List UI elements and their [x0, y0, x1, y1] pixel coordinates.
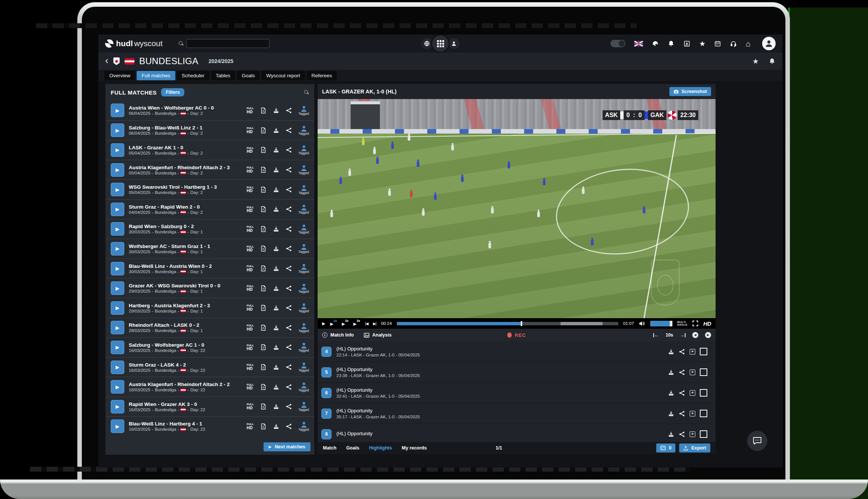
share-button[interactable]: [286, 167, 292, 173]
match-play-button[interactable]: ▶: [111, 380, 124, 394]
back-button[interactable]: ‹: [105, 57, 108, 65]
clip-checkbox[interactable]: [700, 430, 707, 438]
match-row[interactable]: ▶ Sturm Graz - Rapid Wien 2 - 0 04/04/20…: [105, 199, 314, 219]
clip-share-button[interactable]: [679, 369, 685, 376]
share-button[interactable]: [286, 423, 292, 430]
tagged-button[interactable]: Tagged: [298, 263, 309, 274]
download-button[interactable]: [273, 167, 279, 173]
competition-alerts-button[interactable]: [769, 58, 776, 65]
tagged-button[interactable]: Tagged: [298, 165, 309, 175]
match-play-button[interactable]: ▶: [111, 262, 124, 275]
report-button[interactable]: [260, 245, 267, 252]
downloads-button[interactable]: [683, 40, 690, 47]
panel-search-icon[interactable]: [304, 90, 309, 95]
download-button[interactable]: [273, 364, 279, 370]
jump-forward-button[interactable]: →: [680, 332, 686, 338]
highlight-number-badge[interactable]: 6: [321, 388, 332, 398]
tagged-button[interactable]: Tagged: [298, 283, 309, 293]
match-row[interactable]: ▶ Salzburg - Blau-Weiß Linz 2 - 1 06/04/…: [105, 120, 314, 140]
report-button[interactable]: [260, 206, 267, 212]
report-button[interactable]: [260, 403, 267, 410]
report-button[interactable]: [260, 147, 267, 153]
share-button[interactable]: [286, 403, 292, 410]
jump-back-button[interactable]: ←: [653, 332, 659, 338]
speed-1x-button[interactable]: ▶1x: [330, 320, 337, 326]
highlight-number-badge[interactable]: 5: [321, 367, 332, 377]
calendar-button[interactable]: [714, 40, 721, 47]
share-button[interactable]: [286, 344, 292, 350]
fullscreen-icon[interactable]: [692, 320, 698, 326]
highlight-row[interactable]: 8 (HL) Opportunity +: [318, 424, 716, 442]
match-play-button[interactable]: ▶: [111, 104, 124, 117]
match-play-button[interactable]: ▶: [111, 183, 124, 196]
add-to-list-button[interactable]: +: [690, 349, 695, 355]
tagged-button[interactable]: Tagged: [298, 323, 309, 333]
share-button[interactable]: [286, 147, 292, 153]
profile-quick-button[interactable]: [448, 38, 460, 49]
rec-indicator[interactable]: REC: [507, 332, 526, 338]
tagged-button[interactable]: Tagged: [298, 243, 309, 254]
match-row[interactable]: ▶ Austria Klagenfurt - Rheindorf Altach …: [105, 160, 314, 180]
apps-grid-button[interactable]: [431, 35, 450, 53]
notifications-button[interactable]: [668, 40, 675, 47]
add-to-list-button[interactable]: +: [690, 390, 695, 396]
match-play-button[interactable]: ▶: [111, 203, 124, 216]
match-play-button[interactable]: ▶: [111, 301, 124, 315]
play-button[interactable]: ▶: [322, 322, 325, 326]
download-button[interactable]: [273, 423, 279, 430]
clips-tab-match[interactable]: Match: [323, 445, 336, 451]
share-button[interactable]: [286, 384, 292, 390]
match-play-button[interactable]: ▶: [111, 321, 124, 334]
clip-share-button[interactable]: [679, 349, 685, 355]
clip-checkbox[interactable]: [700, 389, 707, 397]
filters-button[interactable]: Filters: [161, 88, 184, 96]
speed-3x-button[interactable]: ▶3x: [353, 320, 360, 326]
report-button[interactable]: [260, 107, 267, 114]
favorites-button[interactable]: ★: [699, 40, 705, 47]
tagged-button[interactable]: Tagged: [298, 421, 309, 431]
chat-launcher-button[interactable]: [747, 431, 767, 451]
match-row[interactable]: ▶ LASK - Grazer AK 1 - 0 05/04/2025-Bund…: [105, 140, 314, 160]
add-to-list-button[interactable]: +: [690, 370, 695, 375]
tab-wyscout-report[interactable]: Wyscout report: [261, 71, 305, 80]
seek-bar[interactable]: [397, 322, 618, 325]
next-event-button[interactable]: ▶: [705, 332, 711, 338]
share-button[interactable]: [286, 107, 292, 114]
download-button[interactable]: [273, 245, 279, 252]
download-button[interactable]: [273, 226, 279, 232]
match-play-button[interactable]: ▶: [111, 419, 124, 433]
home-button[interactable]: ⌂: [746, 40, 750, 48]
skip-start-button[interactable]: |◀: [365, 322, 368, 326]
clips-tab-highlights[interactable]: Highlights: [369, 445, 392, 451]
tab-goals[interactable]: Goals: [237, 71, 260, 80]
match-row[interactable]: ▶ Hartberg - Austria Klagenfurt 2 - 3 29…: [105, 298, 314, 318]
report-button[interactable]: [260, 127, 267, 134]
volume-slider[interactable]: [650, 321, 672, 326]
tagged-button[interactable]: Tagged: [298, 125, 309, 135]
share-button[interactable]: [286, 364, 292, 370]
share-button[interactable]: [286, 245, 292, 252]
share-button[interactable]: [286, 265, 292, 272]
match-play-button[interactable]: ▶: [111, 341, 124, 354]
support-button[interactable]: [730, 40, 737, 47]
clips-tab-my-records[interactable]: My records: [402, 445, 427, 451]
clip-share-button[interactable]: [679, 431, 685, 437]
tagged-button[interactable]: Tagged: [298, 362, 309, 372]
match-row[interactable]: ▶ Austria Wien - Wolfsberger AC 0 - 0 06…: [105, 101, 314, 120]
tagged-button[interactable]: Tagged: [298, 342, 309, 352]
helmet-button[interactable]: [652, 40, 659, 47]
match-row[interactable]: ▶ Blau-Weiß Linz - Austria Wien 0 - 2 30…: [105, 259, 314, 278]
report-button[interactable]: [260, 384, 267, 390]
hudl-wyscout-logo[interactable]: hudlwyscout: [105, 39, 163, 48]
report-button[interactable]: [260, 423, 267, 430]
search-input[interactable]: [186, 39, 270, 48]
tagged-button[interactable]: Tagged: [298, 303, 309, 313]
video-viewport[interactable]: ASK 0 : 0 GAK 22:30: [318, 99, 716, 318]
match-row[interactable]: ▶ Sturm Graz - LASK 4 - 2 16/03/2025-Bun…: [105, 357, 314, 377]
clip-share-button[interactable]: [679, 410, 685, 417]
tagged-button[interactable]: Tagged: [298, 401, 309, 412]
match-play-button[interactable]: ▶: [111, 143, 124, 157]
download-button[interactable]: [273, 107, 279, 114]
report-button[interactable]: [260, 364, 267, 370]
match-row[interactable]: ▶ Rapid Wien - Grazer AK 3 - 0 16/03/202…: [105, 397, 314, 416]
